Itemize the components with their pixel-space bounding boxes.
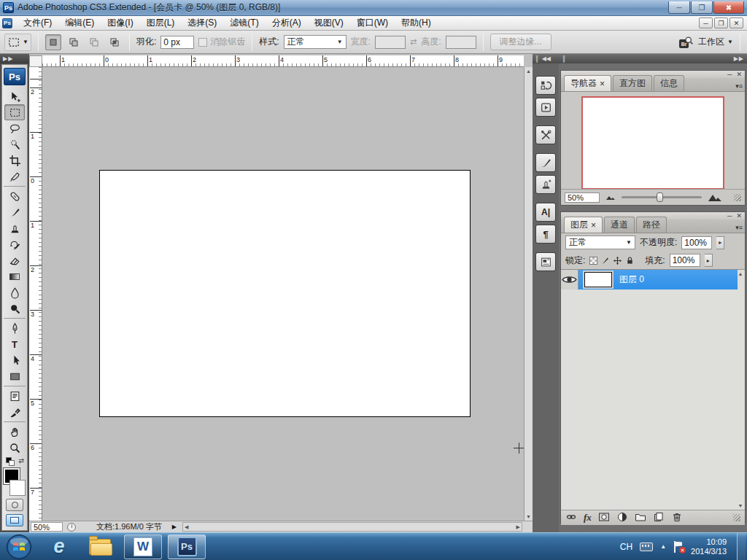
paragraph-panel-button[interactable]: ¶ [535, 225, 556, 244]
menu-item-图层[interactable]: 图层(L) [140, 15, 182, 31]
navigator-preview[interactable] [581, 96, 724, 190]
menu-item-图像[interactable]: 图像(I) [101, 15, 139, 31]
history-panel-button[interactable] [535, 76, 556, 95]
doc-close-button[interactable]: ✕ [729, 18, 743, 28]
rectangular-marquee-tool[interactable] [4, 104, 25, 120]
scroll-up-icon[interactable]: ▲ [526, 69, 531, 74]
subtract-selection-button[interactable] [86, 34, 102, 50]
antialias-checkbox[interactable] [198, 38, 207, 47]
navigator-tab-信息[interactable]: 信息 [654, 75, 684, 91]
menu-item-滤镜[interactable]: 滤镜(T) [223, 15, 265, 31]
tab-close-icon[interactable]: × [600, 79, 605, 89]
panel-menu-icon[interactable]: ▾≡ [735, 224, 743, 231]
shape-tool[interactable] [4, 368, 25, 384]
zoom-level-field[interactable]: 50% [31, 522, 63, 532]
scroll-right-icon[interactable]: ▶ [516, 524, 520, 530]
slider-thumb[interactable] [657, 192, 663, 202]
navigator-zoom-slider[interactable] [622, 196, 702, 198]
swap-colors-icon[interactable]: ⇄ [18, 457, 24, 464]
navigator-tab-导航器[interactable]: 导航器× [564, 75, 611, 91]
eyedropper-tool[interactable] [4, 404, 25, 420]
new-group-button[interactable] [635, 511, 646, 525]
zoom-out-icon[interactable] [605, 194, 616, 201]
layers-tab-路径[interactable]: 路径 [636, 217, 667, 233]
clone-stamp-tool[interactable] [4, 220, 25, 236]
horizontal-scrollbar[interactable]: ◀ ▶ [182, 522, 522, 532]
screen-mode-button[interactable] [6, 514, 23, 526]
crop-tool[interactable] [4, 152, 25, 168]
fill-arrow-icon[interactable]: ▸ [705, 254, 713, 267]
panel-close-icon[interactable]: ✕ [736, 71, 742, 78]
move-tool[interactable] [4, 88, 25, 104]
hand-tool[interactable] [4, 424, 25, 440]
status-popup-arrow-icon[interactable]: ▶ [172, 524, 177, 530]
panel-minimize-icon[interactable]: ─ [727, 212, 732, 219]
menu-item-帮助[interactable]: 帮助(H) [395, 15, 438, 31]
navigator-zoom-field[interactable]: 50% [565, 192, 600, 203]
menu-item-选择[interactable]: 选择(S) [181, 15, 223, 31]
bridge-icon[interactable]: Br [679, 36, 694, 48]
doc-minimize-button[interactable]: ─ [699, 18, 713, 28]
healing-brush-tool[interactable] [4, 188, 25, 204]
tool-presets-panel-button[interactable] [535, 125, 556, 144]
resize-grip[interactable] [734, 194, 741, 201]
panel-minimize-icon[interactable]: ─ [727, 71, 732, 78]
action-center-flag-icon[interactable]: ✕ [673, 541, 684, 553]
background-color-swatch[interactable] [9, 480, 26, 496]
language-indicator[interactable]: CH [620, 542, 632, 552]
lock-transparency-icon[interactable] [589, 257, 597, 265]
height-input[interactable] [446, 36, 476, 49]
layers-tab-通道[interactable]: 通道 [604, 217, 635, 233]
swap-dimensions-icon[interactable]: ⇄ [410, 37, 417, 47]
workspace-dropdown[interactable]: 工作区 ▼ [698, 36, 733, 48]
brush-tool[interactable] [4, 204, 25, 220]
scroll-down-icon[interactable]: ▼ [738, 503, 743, 508]
actions-panel-button[interactable] [535, 98, 556, 117]
panel-close-icon[interactable]: ✕ [736, 212, 742, 219]
taskbar-word-button[interactable]: W [124, 534, 162, 559]
menu-item-窗口[interactable]: 窗口(W) [350, 15, 395, 31]
icon-dock-header[interactable]: ║ ◀◀ [533, 54, 559, 63]
vertical-ruler[interactable]: 2101234567 [29, 67, 42, 521]
new-layer-button[interactable] [653, 511, 665, 525]
opacity-field[interactable]: 100% [681, 236, 712, 249]
resize-grip[interactable] [733, 514, 740, 521]
path-selection-tool[interactable] [4, 352, 25, 368]
scroll-up-icon[interactable]: ▲ [738, 271, 743, 276]
width-input[interactable] [375, 36, 406, 49]
clone-source-panel-button[interactable] [535, 175, 556, 194]
blend-mode-select[interactable]: 正常 ▼ [565, 236, 635, 249]
ps-logo[interactable]: Ps [4, 68, 26, 85]
layer-style-button[interactable]: fx [584, 512, 592, 524]
show-desktop-button[interactable] [737, 533, 746, 560]
layer-row[interactable]: 图层 0 [561, 270, 738, 289]
gradient-tool[interactable] [4, 268, 25, 284]
layer-visibility-toggle[interactable] [561, 270, 578, 289]
pen-tool[interactable] [4, 320, 25, 336]
brushes-panel-button[interactable] [535, 153, 556, 172]
style-select[interactable]: 正常 ▼ [284, 35, 347, 49]
show-hidden-icons[interactable]: ▲ [660, 543, 666, 550]
add-selection-button[interactable] [66, 34, 82, 50]
slice-tool[interactable] [4, 168, 25, 184]
vertical-scrollbar[interactable]: ▲ ▼ [524, 67, 533, 521]
layers-tab-图层[interactable]: 图层× [564, 217, 603, 233]
lock-paint-icon[interactable] [600, 256, 610, 265]
start-button[interactable] [6, 534, 32, 560]
fill-field[interactable]: 100% [670, 254, 700, 267]
adjustment-layer-button[interactable] [616, 511, 628, 525]
intersect-selection-button[interactable] [107, 34, 123, 50]
dodge-tool[interactable] [4, 300, 25, 316]
default-colors-control[interactable]: ⇄ [4, 456, 25, 467]
lock-position-icon[interactable] [613, 256, 622, 265]
navigator-tab-直方图[interactable]: 直方图 [613, 75, 652, 91]
type-tool[interactable]: T [4, 336, 25, 352]
zoom-tool[interactable] [4, 440, 25, 456]
keyboard-icon[interactable] [640, 542, 653, 551]
layer-comps-panel-button[interactable] [535, 252, 556, 271]
notes-tool[interactable] [4, 388, 25, 404]
tool-preset-picker[interactable]: ▼ [4, 34, 31, 51]
restore-button[interactable]: ❐ [691, 1, 713, 14]
add-layer-mask-button[interactable] [598, 511, 610, 525]
character-panel-button[interactable]: A| [535, 203, 556, 222]
